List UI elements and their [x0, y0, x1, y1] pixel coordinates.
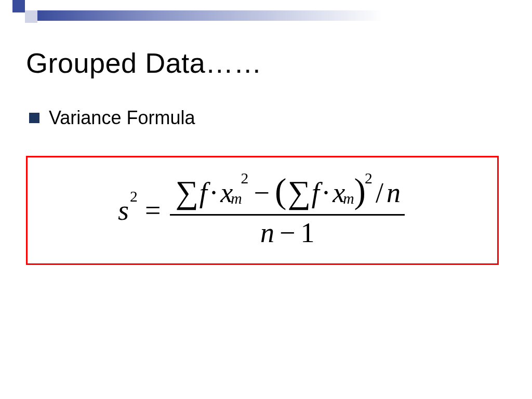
bullet-item: Variance Formula [29, 107, 195, 129]
variance-formula: s 2 = ∑ f · x m 2 − ( ∑ f · x m ) 2 / n [118, 171, 407, 250]
decor-square-dark [12, 0, 25, 12]
slide-title: Grouped Data…… [26, 47, 262, 79]
denominator: n − 1 [256, 216, 318, 250]
square-bullet-icon [29, 113, 39, 123]
minus-bottom: − [274, 217, 300, 249]
lparen: ( [275, 171, 286, 211]
decor-square-light [25, 10, 37, 23]
numerator: ∑ f · x m 2 − ( ∑ f · x m ) 2 / n [170, 171, 405, 214]
formula-box: s 2 = ∑ f · x m 2 − ( ∑ f · x m ) 2 / n [26, 156, 499, 265]
bullet-text: Variance Formula [49, 107, 195, 129]
sigma-2: ∑ [286, 174, 311, 211]
n-top: n [387, 177, 401, 209]
exp2-1: 2 [241, 170, 249, 187]
one-bottom: 1 [300, 217, 314, 249]
var-s: s [118, 194, 129, 227]
top-decor-bar [0, 0, 532, 21]
dot-2: · [320, 177, 333, 209]
sub-m-2: m [343, 190, 354, 207]
n-bottom: n [260, 217, 274, 249]
f-2: f [312, 177, 320, 209]
f-1: f [200, 177, 207, 209]
sub-m-1: m [231, 190, 242, 207]
fraction: ∑ f · x m 2 − ( ∑ f · x m ) 2 / n n [170, 171, 405, 250]
minus: − [248, 177, 274, 209]
slash: / [373, 177, 387, 209]
rparen: ) [354, 171, 366, 211]
exp2-2: 2 [365, 170, 373, 187]
sigma-1: ∑ [174, 174, 199, 211]
var-s-exp: 2 [130, 188, 138, 205]
decor-gradient [37, 10, 532, 21]
dot-1: · [207, 177, 221, 209]
equals-sign: = [140, 194, 166, 227]
